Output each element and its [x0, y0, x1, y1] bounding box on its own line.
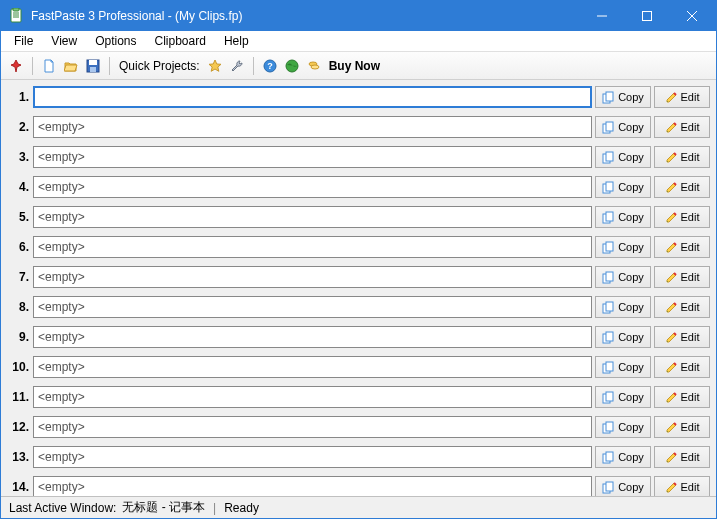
- svg-rect-40: [606, 422, 613, 431]
- copy-button[interactable]: Copy: [595, 296, 651, 318]
- edit-button[interactable]: Edit: [654, 206, 710, 228]
- clip-input[interactable]: [33, 356, 592, 378]
- copy-icon: [602, 271, 615, 284]
- copy-label: Copy: [618, 181, 644, 193]
- clip-row: 2.CopyEdit: [7, 114, 710, 140]
- edit-button[interactable]: Edit: [654, 416, 710, 438]
- edit-button[interactable]: Edit: [654, 386, 710, 408]
- clip-input[interactable]: [33, 86, 592, 108]
- svg-rect-20: [606, 122, 613, 131]
- copy-button[interactable]: Copy: [595, 416, 651, 438]
- edit-icon: [665, 211, 678, 224]
- copy-button[interactable]: Copy: [595, 356, 651, 378]
- copy-button[interactable]: Copy: [595, 116, 651, 138]
- edit-button[interactable]: Edit: [654, 176, 710, 198]
- clip-input[interactable]: [33, 236, 592, 258]
- star-icon[interactable]: [206, 57, 224, 75]
- menu-options[interactable]: Options: [86, 32, 145, 50]
- copy-icon: [602, 121, 615, 134]
- separator: [32, 57, 33, 75]
- copy-button[interactable]: Copy: [595, 476, 651, 496]
- copy-button[interactable]: Copy: [595, 206, 651, 228]
- copy-icon: [602, 301, 615, 314]
- copy-label: Copy: [618, 331, 644, 343]
- copy-label: Copy: [618, 481, 644, 493]
- edit-icon: [665, 301, 678, 314]
- edit-label: Edit: [681, 331, 700, 343]
- edit-icon: [665, 241, 678, 254]
- clip-number: 1.: [7, 90, 29, 104]
- clip-input[interactable]: [33, 116, 592, 138]
- wrench-icon[interactable]: [228, 57, 246, 75]
- edit-label: Edit: [681, 271, 700, 283]
- clip-input[interactable]: [33, 206, 592, 228]
- edit-icon: [665, 451, 678, 464]
- pin-icon[interactable]: [7, 57, 25, 75]
- coins-icon[interactable]: [305, 57, 323, 75]
- buy-now-button[interactable]: Buy Now: [329, 59, 380, 73]
- clips-list: 1.CopyEdit2.CopyEdit3.CopyEdit4.CopyEdit…: [1, 80, 716, 496]
- quick-projects-label: Quick Projects:: [119, 59, 200, 73]
- copy-label: Copy: [618, 451, 644, 463]
- copy-button[interactable]: Copy: [595, 386, 651, 408]
- edit-icon: [665, 391, 678, 404]
- edit-button[interactable]: Edit: [654, 326, 710, 348]
- clip-input[interactable]: [33, 146, 592, 168]
- copy-button[interactable]: Copy: [595, 236, 651, 258]
- maximize-button[interactable]: [624, 2, 669, 30]
- svg-point-16: [311, 65, 319, 69]
- clip-input[interactable]: [33, 446, 592, 468]
- close-button[interactable]: [669, 2, 714, 30]
- edit-icon: [665, 331, 678, 344]
- clip-number: 10.: [7, 360, 29, 374]
- edit-button[interactable]: Edit: [654, 116, 710, 138]
- copy-icon: [602, 91, 615, 104]
- copy-label: Copy: [618, 211, 644, 223]
- edit-button[interactable]: Edit: [654, 296, 710, 318]
- clip-input[interactable]: [33, 296, 592, 318]
- copy-icon: [602, 151, 615, 164]
- copy-button[interactable]: Copy: [595, 326, 651, 348]
- clip-input[interactable]: [33, 176, 592, 198]
- edit-button[interactable]: Edit: [654, 476, 710, 496]
- svg-rect-26: [606, 212, 613, 221]
- copy-label: Copy: [618, 271, 644, 283]
- clip-number: 12.: [7, 420, 29, 434]
- new-file-icon[interactable]: [40, 57, 58, 75]
- open-folder-icon[interactable]: [62, 57, 80, 75]
- copy-icon: [602, 451, 615, 464]
- copy-button[interactable]: Copy: [595, 86, 651, 108]
- help-icon[interactable]: ?: [261, 57, 279, 75]
- edit-button[interactable]: Edit: [654, 266, 710, 288]
- clip-input[interactable]: [33, 326, 592, 348]
- edit-button[interactable]: Edit: [654, 236, 710, 258]
- clip-number: 13.: [7, 450, 29, 464]
- save-icon[interactable]: [84, 57, 102, 75]
- menu-view[interactable]: View: [42, 32, 86, 50]
- clip-input[interactable]: [33, 476, 592, 496]
- edit-button[interactable]: Edit: [654, 446, 710, 468]
- copy-button[interactable]: Copy: [595, 266, 651, 288]
- menu-clipboard[interactable]: Clipboard: [146, 32, 215, 50]
- clip-row: 8.CopyEdit: [7, 294, 710, 320]
- copy-button[interactable]: Copy: [595, 176, 651, 198]
- menu-help[interactable]: Help: [215, 32, 258, 50]
- copy-icon: [602, 361, 615, 374]
- copy-button[interactable]: Copy: [595, 146, 651, 168]
- edit-button[interactable]: Edit: [654, 356, 710, 378]
- svg-rect-34: [606, 332, 613, 341]
- clip-input[interactable]: [33, 266, 592, 288]
- clip-input[interactable]: [33, 416, 592, 438]
- svg-rect-30: [606, 272, 613, 281]
- minimize-button[interactable]: [579, 2, 624, 30]
- copy-button[interactable]: Copy: [595, 446, 651, 468]
- edit-label: Edit: [681, 91, 700, 103]
- edit-button[interactable]: Edit: [654, 86, 710, 108]
- globe-icon[interactable]: [283, 57, 301, 75]
- edit-button[interactable]: Edit: [654, 146, 710, 168]
- clip-row: 9.CopyEdit: [7, 324, 710, 350]
- clip-input[interactable]: [33, 386, 592, 408]
- window-title: FastPaste 3 Professional - (My Clips.fp): [31, 9, 579, 23]
- copy-icon: [602, 181, 615, 194]
- menu-file[interactable]: File: [5, 32, 42, 50]
